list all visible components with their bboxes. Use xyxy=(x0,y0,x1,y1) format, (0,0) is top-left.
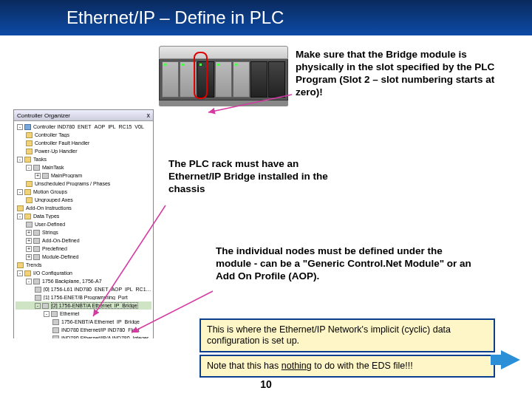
note-box-1: This is where the Ethernet/IP Network's … xyxy=(200,318,495,352)
tree-label: Strings xyxy=(42,230,58,235)
tree-row[interactable]: -1756 Backplane, 1756-A7 xyxy=(16,277,151,285)
folder-icon xyxy=(33,230,40,236)
tree-row[interactable]: -Motion Groups xyxy=(16,188,151,196)
tree-row[interactable]: -[2] 1756-ENBT/A Ethernet_IP_Bridge xyxy=(16,301,151,310)
tree-label: [0] 1756-L61 IND780_ENET_AOP_IPL_RC15_V0… xyxy=(44,287,151,292)
tree-row[interactable]: +Predefined xyxy=(16,245,151,253)
page-number: 10 xyxy=(0,378,532,390)
folder-icon xyxy=(26,149,33,154)
folder-icon xyxy=(26,132,33,138)
tree-row[interactable]: Power-Up Handler xyxy=(16,147,151,155)
tree-header: Controller Organizer x xyxy=(14,110,153,121)
folder-icon xyxy=(42,173,49,179)
tree-label: [1] 1756-ENET/B Programming_Port xyxy=(44,295,128,300)
tree-label: Data Types xyxy=(33,214,59,219)
tree-row[interactable]: IND780 Ethernet/IP/A IND780_Integer xyxy=(16,334,151,338)
tree-row[interactable]: -Tasks xyxy=(16,155,151,163)
folder-icon xyxy=(24,189,31,195)
tree-row[interactable]: -MainTask xyxy=(16,163,151,171)
tree-label: Tasks xyxy=(33,157,47,162)
tree-row[interactable]: +Strings xyxy=(16,228,151,236)
expand-icon[interactable]: + xyxy=(26,254,32,260)
tree-label: 1756 Backplane, 1756-A7 xyxy=(42,279,102,284)
tree-label: Controller Fault Handler xyxy=(35,140,89,146)
tree-row[interactable]: +MainProgram xyxy=(16,171,151,180)
tree-label: Module-Defined xyxy=(42,254,78,259)
tree-row[interactable]: +Module-Defined xyxy=(16,253,151,261)
tree-row[interactable]: -Data Types xyxy=(16,212,151,220)
note-box-2: Note that this has nothing to do with th… xyxy=(200,355,495,378)
folder-icon xyxy=(33,165,40,171)
folder-icon xyxy=(33,279,40,284)
note2-underline: nothing xyxy=(282,361,312,371)
tree-label: Predefined xyxy=(42,246,67,251)
expand-icon[interactable]: + xyxy=(26,238,32,244)
tree-label: [2] 1756-ENBT/A Ethernet_IP_Bridge xyxy=(51,302,138,309)
tree-row[interactable]: Controller Tags xyxy=(16,131,151,139)
tree-row[interactable]: Add-On Instructions xyxy=(16,204,151,212)
close-icon[interactable]: x xyxy=(147,112,151,119)
folder-icon xyxy=(52,327,59,333)
tree-row[interactable]: User-Defined xyxy=(16,220,151,228)
tree-label: Controller IND780_ENET_AOP_IPL_RC15_V0L xyxy=(33,124,144,129)
tree-body: -Controller IND780_ENET_AOP_IPL_RC15_V0L… xyxy=(14,121,153,338)
tree-row[interactable]: Trends xyxy=(16,261,151,269)
folder-icon xyxy=(17,262,24,268)
folder-icon xyxy=(51,311,58,317)
folder-icon xyxy=(52,319,59,325)
folder-icon xyxy=(35,295,41,301)
tree-row[interactable]: -Controller IND780_ENET_AOP_IPL_RC15_V0L xyxy=(16,123,151,131)
expand-icon[interactable]: + xyxy=(26,230,32,236)
next-arrow-icon[interactable] xyxy=(501,350,520,369)
controller-organizer-panel: Controller Organizer x -Controller IND78… xyxy=(13,109,154,338)
tree-label: Add-On-Defined xyxy=(42,238,80,243)
plc-rack-image xyxy=(159,46,288,108)
expand-icon[interactable]: - xyxy=(44,311,50,317)
tree-row[interactable]: IND780 Ethernet/IP IND780_Float xyxy=(16,326,151,334)
tree-row[interactable]: -I/O Configuration xyxy=(16,269,151,277)
tree-row[interactable]: Unscheduled Programs / Phases xyxy=(16,180,151,188)
folder-icon xyxy=(26,222,33,228)
expand-icon[interactable]: + xyxy=(35,173,41,179)
folder-icon xyxy=(26,140,33,146)
tree-title: Controller Organizer xyxy=(17,112,70,119)
folder-icon xyxy=(24,157,31,163)
tree-label: Ethernet xyxy=(60,311,79,316)
tree-row[interactable]: -Ethernet xyxy=(16,310,151,318)
tree-row[interactable]: Controller Fault Handler xyxy=(16,139,151,147)
expand-icon[interactable]: - xyxy=(17,124,23,130)
tree-row[interactable]: Ungrouped Axes xyxy=(16,196,151,204)
tree-label: User-Defined xyxy=(35,222,65,227)
expand-icon[interactable]: - xyxy=(17,189,23,195)
tree-row[interactable]: [1] 1756-ENET/B Programming_Port xyxy=(16,293,151,301)
annotation-slot: Make sure that the Bridge module is phys… xyxy=(296,49,510,99)
folder-icon xyxy=(17,205,24,211)
annotation-nodes: The individual nodes must be defined und… xyxy=(216,245,474,283)
folder-icon xyxy=(33,238,40,244)
expand-icon[interactable]: + xyxy=(26,246,32,252)
folder-icon xyxy=(26,197,33,203)
expand-icon[interactable]: - xyxy=(17,157,23,163)
tree-label: Ungrouped Axes xyxy=(35,197,73,202)
slide-content: Controller Organizer x -Controller IND78… xyxy=(0,35,532,399)
expand-icon[interactable]: - xyxy=(26,165,32,171)
note2-a: Note that this has xyxy=(207,361,282,371)
folder-icon xyxy=(33,254,40,260)
tree-row[interactable]: [0] 1756-L61 IND780_ENET_AOP_IPL_RC15_V0… xyxy=(16,285,151,293)
tree-label: MainTask xyxy=(42,165,64,170)
expand-icon[interactable]: - xyxy=(17,270,23,276)
expand-icon[interactable]: - xyxy=(17,214,23,219)
tree-label: MainProgram xyxy=(51,173,82,178)
tree-row[interactable]: 1756-ENBT/A Ethernet_IP_Bridge xyxy=(16,318,151,326)
tree-label: Controller Tags xyxy=(35,132,69,137)
tree-label: Trends xyxy=(26,262,42,267)
folder-icon xyxy=(26,181,33,187)
expand-icon[interactable]: - xyxy=(35,303,41,309)
tree-label: IND780 Ethernet/IP IND780_Float xyxy=(61,327,140,332)
tree-label: Power-Up Handler xyxy=(35,149,78,154)
note2-b: to do with the EDS file!!! xyxy=(312,361,413,371)
tree-label: Motion Groups xyxy=(33,189,67,194)
tree-row[interactable]: +Add-On-Defined xyxy=(16,236,151,245)
folder-icon xyxy=(33,246,40,252)
expand-icon[interactable]: - xyxy=(26,279,32,284)
